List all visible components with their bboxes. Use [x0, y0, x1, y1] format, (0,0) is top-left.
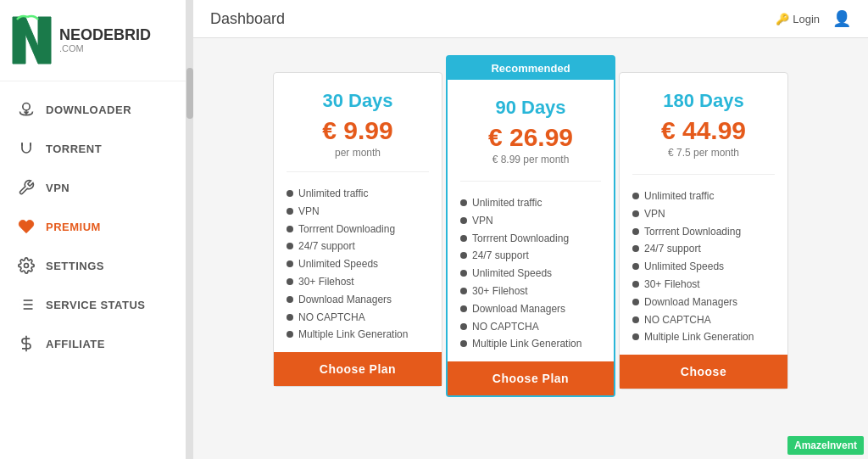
plan-header-90: 90 Days € 26.99 € 8.99 per month: [448, 80, 614, 176]
feature-item: Torrrent Downloading: [632, 223, 775, 241]
login-label: Login: [793, 13, 820, 25]
plan-secondary-price-180: € 7.5 per month: [628, 147, 779, 159]
plan-card-180: 180 Days € 44.99 € 7.5 per month Unlimit…: [619, 72, 788, 389]
plan-days-30: 30 Days: [282, 90, 433, 112]
feature-item: Unlimited traffic: [460, 194, 601, 212]
topbar-actions: 🔑 Login 👤: [776, 9, 851, 28]
feature-item: 24/7 support: [632, 240, 775, 258]
plan-features-90: Unlimited traffic VPN Torrrent Downloadi…: [448, 186, 614, 361]
plan-price-30: € 9.99: [282, 116, 433, 145]
sidebar-item-settings[interactable]: SETTINGS: [0, 246, 186, 285]
svg-point-4: [25, 264, 29, 268]
nav-menu: DOWNLOADER TORRENT VPN: [0, 81, 186, 459]
bullet: [460, 340, 467, 347]
sidebar-label-service-status: SERVICE STATUS: [46, 299, 146, 311]
svg-marker-0: [13, 17, 51, 64]
dollar-icon: [17, 334, 36, 353]
logo-sub: .COM: [59, 43, 151, 53]
login-link[interactable]: 🔑 Login: [776, 13, 820, 25]
sidebar-label-settings: SETTINGS: [46, 260, 104, 272]
choose-plan-button-30[interactable]: Choose Plan: [274, 352, 442, 386]
magnet-icon: [17, 139, 36, 158]
bullet: [287, 208, 293, 215]
sidebar-item-downloader[interactable]: DOWNLOADER: [0, 90, 186, 129]
sidebar-item-vpn[interactable]: VPN: [0, 168, 186, 207]
feature-item: Unlimited Speeds: [460, 265, 601, 283]
bullet: [287, 260, 293, 267]
topbar: Dashboard 🔑 Login 👤: [193, 0, 868, 38]
list-icon: [17, 295, 36, 314]
feature-item: Torrrent Downloading: [460, 230, 601, 248]
bullet: [632, 263, 639, 270]
user-icon[interactable]: 👤: [832, 9, 851, 28]
feature-item: Download Managers: [460, 300, 601, 318]
page-title: Dashboard: [210, 10, 285, 28]
bullet: [632, 193, 639, 199]
sidebar-item-torrent[interactable]: TORRENT: [0, 129, 186, 168]
key-icon: 🔑: [776, 13, 789, 25]
sidebar-label-vpn: VPN: [46, 182, 70, 194]
plan-card-30: 30 Days € 9.99 per month Unlimited traff…: [273, 72, 442, 387]
bullet: [460, 305, 467, 312]
feature-item: Multiple Link Generation: [460, 335, 601, 353]
plan-price-180: € 44.99: [628, 116, 779, 145]
plan-days-90: 90 Days: [456, 97, 605, 119]
plan-card-90: Recommended 90 Days € 26.99 € 8.99 per m…: [446, 55, 615, 397]
heart-icon: [17, 217, 36, 236]
bullet: [460, 323, 467, 330]
sidebar-label-premium: PREMIUM: [46, 221, 101, 233]
sidebar-label-affiliate: AFFILIATE: [46, 338, 105, 350]
bullet: [287, 190, 293, 197]
choose-plan-button-180[interactable]: Choose: [620, 355, 787, 389]
feature-item: NO CAPTCHA: [460, 318, 601, 336]
sidebar-label-downloader: DOWNLOADER: [46, 104, 131, 116]
bullet: [632, 333, 639, 340]
plan-header-180: 180 Days € 44.99 € 7.5 per month: [620, 73, 787, 170]
logo-area: NEODEBRID .COM: [0, 0, 186, 81]
feature-item: Unlimited traffic: [632, 188, 775, 205]
wrench-icon: [17, 178, 36, 197]
cloud-download-icon: [17, 100, 36, 119]
feature-item: Download Managers: [632, 294, 775, 311]
bullet: [287, 226, 293, 232]
bullet: [632, 210, 639, 217]
recommended-badge: Recommended: [448, 57, 614, 80]
bullet: [460, 270, 467, 277]
feature-item: Torrrent Downloading: [287, 221, 429, 238]
bullet: [460, 252, 467, 259]
sidebar-item-affiliate[interactable]: AFFILIATE: [0, 324, 186, 363]
plan-features-30: Unlimited traffic VPN Torrrent Downloadi…: [274, 176, 442, 352]
feature-item: NO CAPTCHA: [287, 309, 429, 327]
pricing-area: 30 Days € 9.99 per month Unlimited traff…: [193, 38, 868, 459]
scrollbar[interactable]: [186, 0, 193, 459]
feature-item: Unlimited Speeds: [632, 258, 775, 276]
bullet: [287, 243, 293, 249]
plan-divider-180: [632, 174, 775, 175]
svg-point-1: [23, 104, 30, 110]
bullet: [460, 199, 467, 206]
logo-text: NEODEBRID: [59, 27, 151, 44]
bullet: [287, 314, 293, 321]
feature-item: Multiple Link Generation: [287, 326, 429, 344]
watermark: AmazeInvent: [787, 436, 864, 455]
feature-item: VPN: [460, 212, 601, 230]
scrollbar-thumb[interactable]: [186, 68, 193, 119]
bullet: [632, 228, 639, 235]
feature-item: VPN: [632, 205, 775, 223]
main-content: Dashboard 🔑 Login 👤 30 Days € 9.99 per m…: [193, 0, 868, 459]
feature-item: Unlimited Speeds: [287, 255, 429, 273]
gear-icon: [17, 256, 36, 275]
plan-header-30: 30 Days € 9.99 per month: [274, 73, 442, 167]
sidebar-item-service-status[interactable]: SERVICE STATUS: [0, 285, 186, 324]
sidebar-item-premium[interactable]: PREMIUM: [0, 207, 186, 246]
plan-divider-30: [287, 171, 429, 172]
feature-item: Multiple Link Generation: [632, 328, 775, 346]
choose-plan-button-90[interactable]: Choose Plan: [448, 361, 614, 395]
sidebar: NEODEBRID .COM DOWNLOADER: [0, 0, 186, 459]
bullet: [460, 235, 467, 242]
feature-item: VPN: [287, 203, 429, 221]
plan-price-90: € 26.99: [456, 123, 605, 152]
bullet: [632, 316, 639, 323]
bullet: [632, 281, 639, 288]
bullet: [287, 331, 293, 338]
